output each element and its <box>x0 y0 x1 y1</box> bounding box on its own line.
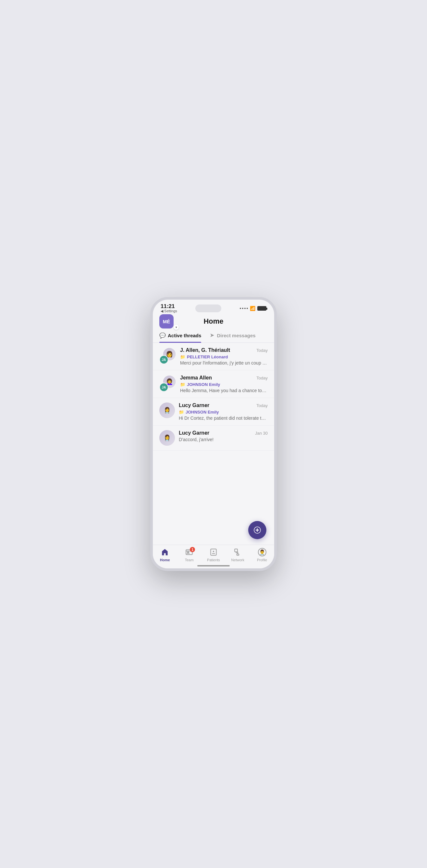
active-threads-icon: 💬 <box>159 332 166 339</box>
new-thread-fab[interactable] <box>248 521 266 539</box>
tab-direct-messages[interactable]: ➤ Direct messages <box>209 329 255 342</box>
status-left: 11:21 ◀ Settings <box>161 304 177 313</box>
nav-item-team[interactable]: 1 Team <box>179 548 199 562</box>
team-badge: 1 <box>190 547 195 552</box>
thread-preview: Hi Dr Cortez, the patient did not tolera… <box>179 415 268 421</box>
svg-rect-5 <box>237 554 239 555</box>
tabs-container: 💬 Active threads ➤ Direct messages <box>153 328 274 343</box>
status-time: 11:21 <box>161 304 174 309</box>
home-icon <box>160 548 169 557</box>
nav-label-profile: Profile <box>257 558 267 562</box>
avatar-single: 👩‍⚕️ <box>159 403 175 418</box>
signal-icon <box>240 308 248 309</box>
thread-body: J. Allen, G. Thériault Today 📁 PELLETIER… <box>180 347 268 366</box>
nav-item-profile[interactable]: 👨‍⚕️ Profile <box>253 548 272 562</box>
team-icon: 1 <box>185 548 194 557</box>
thread-date: Today <box>256 348 268 353</box>
list-item[interactable]: 👩‍⚕️ Lucy Garner Today 📁 JOHNSON Emily H… <box>153 398 274 426</box>
list-item[interactable]: 👩‍⚕️ Lucy Garner Jan 30 D'accord, j'arri… <box>153 426 274 451</box>
avatar-secondary: JA <box>159 355 168 364</box>
patients-icon <box>209 548 218 557</box>
thread-date: Today <box>256 376 268 380</box>
thread-name: J. Allen, G. Thériault <box>180 347 230 353</box>
avatar-secondary: JA <box>159 383 168 392</box>
list-item[interactable]: 👩‍🦱 JA Jemma Allen Today 📁 JOHNSON Emily… <box>153 370 274 398</box>
thread-body: Lucy Garner Today 📁 JOHNSON Emily Hi Dr … <box>179 403 268 421</box>
home-indicator <box>197 565 230 566</box>
direct-messages-icon: ➤ <box>209 332 215 338</box>
thread-channel: 📁 PELLETIER Léonard <box>180 354 268 359</box>
thread-preview: Hello Jemma, Have you had a chance to ta… <box>180 388 268 393</box>
tab-active-threads[interactable]: 💬 Active threads <box>159 328 201 342</box>
thread-header-row: Lucy Garner Jan 30 <box>179 430 268 436</box>
nav-label-team: Team <box>185 558 194 562</box>
wifi-icon: 📶 <box>250 306 255 311</box>
thread-body: Jemma Allen Today 📁 JOHNSON Emily Hello … <box>180 375 268 393</box>
back-settings[interactable]: ◀ Settings <box>161 309 177 313</box>
avatar-stack: 👩 JA <box>159 347 176 364</box>
list-item[interactable]: 👩 JA J. Allen, G. Thériault Today 📁 PELL… <box>153 343 274 370</box>
channel-name: JOHNSON Emily <box>187 382 220 387</box>
thread-header-row: Jemma Allen Today <box>180 375 268 381</box>
nav-item-patients[interactable]: Patients <box>204 548 223 562</box>
thread-preview: Merci pour l'information, j'y jette un c… <box>180 360 268 366</box>
avatar-stack: 👩‍🦱 JA <box>159 375 176 392</box>
compose-icon <box>254 526 261 534</box>
nav-label-network: Network <box>231 558 244 562</box>
battery-icon <box>257 306 266 311</box>
profile-icon: 👨‍⚕️ <box>258 548 267 557</box>
thread-channel: 📁 JOHNSON Emily <box>180 382 268 387</box>
phone-shell: 11:21 ◀ Settings 📶 MÉ ▾ Home 💬 Active th… <box>150 297 277 571</box>
direct-messages-label: Direct messages <box>217 333 255 338</box>
status-bar: 11:21 ◀ Settings 📶 <box>153 300 274 314</box>
channel-name: JOHNSON Emily <box>186 410 219 414</box>
nav-item-network[interactable]: Network <box>228 548 248 562</box>
thread-name: Jemma Allen <box>180 375 212 381</box>
thread-header-row: Lucy Garner Today <box>179 403 268 408</box>
thread-body: Lucy Garner Jan 30 D'accord, j'arrive! <box>179 430 268 442</box>
nav-label-patients: Patients <box>207 558 220 562</box>
network-icon <box>233 548 242 557</box>
thread-preview: D'accord, j'arrive! <box>179 437 268 442</box>
active-threads-label: Active threads <box>168 333 201 338</box>
thread-name: Lucy Garner <box>179 430 209 436</box>
page-title: Home <box>203 317 223 326</box>
channel-folder-icon: 📁 <box>180 354 185 359</box>
app-header: MÉ ▾ Home <box>153 314 274 328</box>
status-right: 📶 <box>240 306 266 311</box>
channel-name: PELLETIER Léonard <box>187 354 228 359</box>
thread-header-row: J. Allen, G. Thériault Today <box>180 347 268 353</box>
avatar-single: 👩‍⚕️ <box>159 430 175 446</box>
thread-date: Today <box>256 403 268 408</box>
user-avatar[interactable]: MÉ ▾ <box>159 314 173 329</box>
svg-rect-4 <box>235 549 237 552</box>
channel-folder-icon: 📁 <box>180 382 185 387</box>
nav-item-home[interactable]: Home <box>155 548 174 562</box>
thread-name: Lucy Garner <box>179 403 209 408</box>
thread-channel: 📁 JOHNSON Emily <box>179 409 268 414</box>
dynamic-island <box>195 305 221 312</box>
nav-label-home: Home <box>160 558 170 562</box>
thread-date: Jan 30 <box>255 431 268 436</box>
channel-folder-icon: 📁 <box>179 409 184 414</box>
